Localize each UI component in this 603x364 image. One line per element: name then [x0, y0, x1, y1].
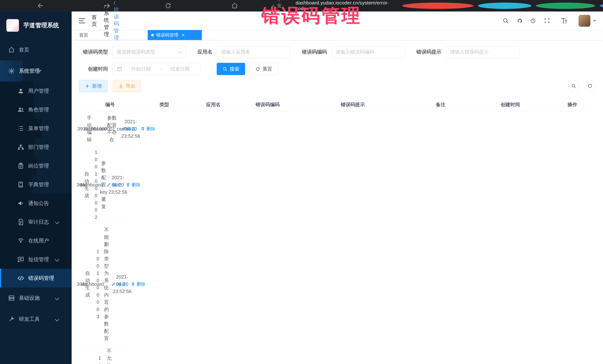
- sidebar-item[interactable]: 错误码管理: [0, 269, 72, 287]
- code-icon: [17, 275, 24, 282]
- question-icon[interactable]: [530, 17, 536, 24]
- sidebar-item[interactable]: 研发工具: [0, 309, 72, 330]
- sidebar-item-label: 部门管理: [28, 144, 49, 151]
- error-hint-input[interactable]: [446, 46, 519, 58]
- delete-icon: [141, 127, 145, 131]
- log-icon: [17, 219, 24, 225]
- extension-red[interactable]: [402, 3, 474, 9]
- wrench-icon: [8, 316, 15, 322]
- plus-icon: [85, 84, 90, 88]
- sidebar-item[interactable]: 部门管理: [0, 138, 34, 156]
- export-button[interactable]: 导出: [113, 80, 141, 92]
- reset-button[interactable]: 重置: [250, 63, 278, 75]
- sidebar-item[interactable]: 通知公告: [0, 194, 72, 213]
- main-area: 首页 系统管理 错误码管理: [72, 11, 603, 364]
- browser-chrome: 不安全 dashboard.yudao.iocoder.cn/system/er…: [0, 0, 603, 11]
- add-button[interactable]: 新增: [79, 80, 107, 92]
- url-bar[interactable]: dashboard.yudao.iocoder.cn/system/error-…: [296, 0, 389, 11]
- breadcrumb-item[interactable]: 系统管理: [104, 4, 110, 38]
- hamburger-icon[interactable]: [78, 17, 86, 24]
- textsize-icon[interactable]: [558, 17, 570, 24]
- app-name-input[interactable]: [217, 46, 290, 58]
- page-content: 错误码类型 请选择错误码类型 应用名 错误码编码 错误码提示: [72, 40, 603, 364]
- column-header: 类型: [141, 101, 187, 108]
- app-logo[interactable]: 芋道管理系统: [0, 11, 72, 39]
- sidebar-item[interactable]: 字典管理: [0, 175, 32, 194]
- sidebar-item-label: 用户管理: [28, 88, 49, 95]
- chevron-down-icon: [178, 49, 182, 53]
- sidebar-item-label: 错误码管理: [28, 275, 54, 282]
- top-navbar: 首页 系统管理 错误码管理: [72, 11, 603, 30]
- sidebar-item[interactable]: 用户管理: [0, 82, 33, 100]
- github-icon[interactable]: [517, 17, 522, 24]
- sidebar-item[interactable]: 首页: [0, 39, 25, 60]
- breadcrumb: 首页 系统管理 错误码管理: [92, 0, 165, 41]
- menu-icon: [17, 125, 24, 132]
- table-row: 3940 自动生成 dashboard 1001000002 参数配置 key …: [79, 146, 126, 224]
- filter-row-1: 错误码类型 请选择错误码类型 应用名 错误码编码 错误码提示: [79, 46, 596, 58]
- delete-link[interactable]: 删除: [141, 125, 155, 132]
- edit-icon: [106, 183, 111, 187]
- filter-time-label: 创建时间: [79, 66, 108, 72]
- sidebar-item[interactable]: 在线用户: [0, 231, 72, 250]
- search-button[interactable]: 搜索: [217, 63, 245, 75]
- sidebar-item[interactable]: 基础设施: [0, 287, 72, 309]
- sidebar-item-label: 审计日志: [28, 219, 49, 226]
- cell-app: dashboard: [89, 147, 93, 223]
- extension-green-check[interactable]: [536, 3, 595, 9]
- error-code-input[interactable]: [331, 46, 405, 58]
- extension-drop[interactable]: [478, 3, 531, 9]
- column-header: 操作: [549, 101, 596, 108]
- date-range-picker[interactable]: 开始日期 - 结束日期: [112, 63, 200, 75]
- search-icon[interactable]: [502, 17, 509, 24]
- select-placeholder: 请选择错误码类型: [117, 49, 155, 55]
- delete-link[interactable]: 删除: [126, 181, 140, 188]
- edit-link[interactable]: 修改: [111, 281, 126, 287]
- cell-actions: 修改 删除: [126, 224, 131, 344]
- filter-time: 创建时间 开始日期 - 结束日期: [79, 63, 200, 75]
- cell-time: 2021-04-20 23:52:56: [122, 345, 131, 364]
- filter-hint: 错误码提示: [416, 46, 519, 58]
- extension-grid[interactable]: [600, 3, 603, 9]
- server-icon: [8, 295, 15, 301]
- delete-link[interactable]: 删除: [131, 281, 145, 287]
- error-type-select[interactable]: 请选择错误码类型: [112, 46, 186, 58]
- edit-icon: [121, 127, 126, 131]
- cell-code: 1001000003: [95, 224, 101, 344]
- column-header: 错误码提示: [296, 101, 409, 108]
- refresh-table-button[interactable]: [584, 80, 596, 92]
- filter-row-2: 创建时间 开始日期 - 结束日期 搜索: [79, 63, 596, 75]
- app-shell: 芋道管理系统 首页 系统管理 用户管理 角色管理: [0, 11, 603, 364]
- breadcrumb-item[interactable]: 错误码管理: [114, 0, 121, 41]
- toggle-search-button[interactable]: [568, 80, 579, 92]
- home-icon: [8, 46, 15, 53]
- edit-link[interactable]: 修改: [106, 181, 121, 188]
- cell-app: dashboard: [90, 224, 95, 344]
- chevron-icon: [55, 220, 59, 224]
- home-icon[interactable]: [202, 2, 267, 9]
- sidebar-item[interactable]: 审计日志: [0, 213, 72, 231]
- sms-icon: [17, 256, 24, 263]
- sidebar-item-label: 岗位管理: [28, 162, 49, 169]
- user-dropdown[interactable]: [579, 15, 596, 27]
- edit-link[interactable]: 修改: [121, 125, 136, 132]
- cell-actions: 修改 删除: [135, 112, 141, 145]
- user-icon: [17, 88, 24, 94]
- breadcrumb-item[interactable]: 首页: [92, 14, 100, 28]
- sidebar-item[interactable]: 角色管理: [0, 100, 33, 119]
- table-row: 3939 手动编辑 dashboard 1001000001 参数配置不存在 c…: [79, 112, 141, 146]
- fullscreen-icon[interactable]: [544, 17, 550, 24]
- sidebar-item[interactable]: 菜单管理: [0, 119, 41, 138]
- column-header: 备注: [410, 101, 472, 108]
- sidebar-item[interactable]: 岗位管理: [0, 156, 36, 175]
- cell-message: 不能删除类型为系统内置的参数配置: [101, 224, 112, 344]
- sidebar-item[interactable]: 短信管理: [0, 250, 72, 269]
- column-header: 应用名: [187, 101, 239, 108]
- sidebar-item[interactable]: 系统管理: [0, 60, 23, 82]
- filter-hint-label: 错误码提示: [416, 49, 441, 55]
- filter-type-label: 错误码类型: [79, 49, 108, 55]
- close-icon[interactable]: [181, 33, 186, 38]
- back-icon[interactable]: [5, 2, 76, 9]
- navbar-actions: [502, 15, 596, 27]
- error-code-table: 编号 类型 应用名 错误码编码 错误码提示 备注 创建时间 操作: [79, 98, 596, 364]
